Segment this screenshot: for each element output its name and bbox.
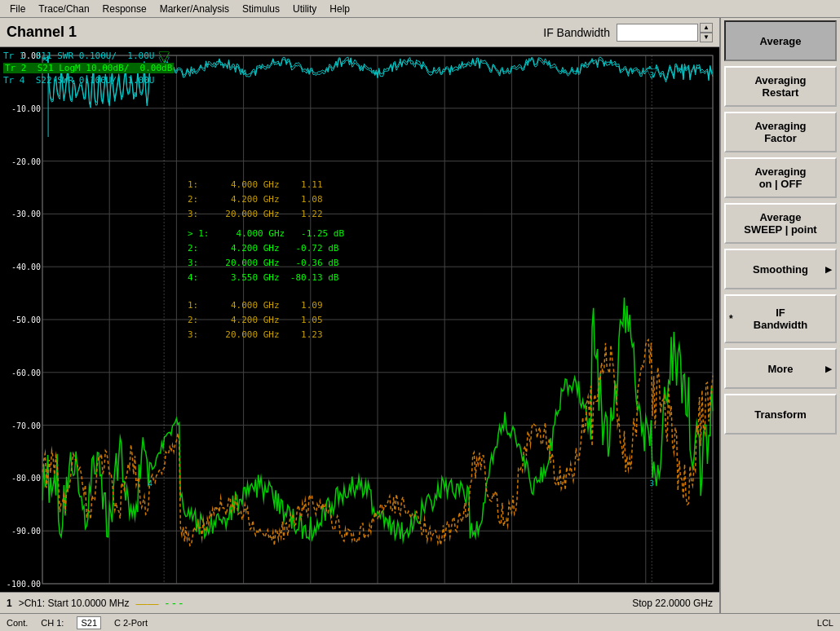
smoothing-arrow-icon: ▶ (825, 265, 832, 274)
ch1-stop: Stop 22.0000 GHz (632, 598, 713, 609)
trace-legend-2: - - - (165, 597, 183, 610)
status-bar: 1 >Ch1: Start 10.0000 MHz —— - - - Stop … (0, 592, 719, 613)
menu-file[interactable]: File (3, 2, 32, 16)
port-label: C 2-Port (114, 618, 148, 628)
cont-label: Cont. (7, 618, 28, 628)
ch1-start: >Ch1: Start 10.0000 MHz (19, 598, 130, 609)
ch1-value: S21 (77, 616, 101, 629)
trace-label-1: Tr 1 S11 SWR 0.100U/ 1.00U (3, 51, 174, 61)
menu-trace-chan[interactable]: Trace/Chan (32, 2, 95, 16)
sidebar-btn-averaging-on-off[interactable]: Averagingon | OFF (724, 157, 837, 198)
chart-canvas (0, 47, 719, 592)
chart-area: Tr 1 S11 SWR 0.100U/ 1.00U Tr 2 S21 LogM… (0, 47, 719, 592)
sidebar-btn-smoothing[interactable]: Smoothing ▶ (724, 249, 837, 289)
sidebar: Average AveragingRestart AveragingFactor… (719, 18, 840, 613)
if-bw-up[interactable]: ▲ (700, 23, 713, 33)
sidebar-btn-average-sweep-point[interactable]: AverageSWEEP | point (724, 203, 837, 244)
menu-marker-analysis[interactable]: Marker/Analysis (153, 2, 236, 16)
more-arrow-icon: ▶ (825, 364, 832, 373)
marker-data-green: > 1: 4.000 GHz -1.25 dB 2: 4.200 GHz -0.… (188, 227, 344, 285)
ch-label: CH 1: (41, 618, 64, 628)
if-bw-input[interactable]: 1.0 kHz (617, 24, 698, 42)
lcl-label: LCL (817, 618, 833, 628)
menu-bar: File Trace/Chan Response Marker/Analysis… (0, 0, 840, 18)
sidebar-btn-transform[interactable]: Transform (724, 394, 837, 435)
if-bw-label: IF Bandwidth (543, 26, 610, 39)
marker-data-cyan: 1: 4.000 GHz 1.11 2: 4.200 GHz 1.08 3: 2… (188, 178, 323, 222)
if-bw-asterisk: * (729, 313, 733, 324)
chart-panel: Channel 1 IF Bandwidth 1.0 kHz ▲ ▼ Tr 1 … (0, 18, 719, 613)
bottom-bar: Cont. CH 1: S21 C 2-Port LCL (0, 613, 840, 631)
content-area: Channel 1 IF Bandwidth 1.0 kHz ▲ ▼ Tr 1 … (0, 18, 840, 613)
if-bw-spinner: ▲ ▼ (700, 23, 713, 42)
menu-utility[interactable]: Utility (286, 2, 323, 16)
marker-data-brown: 1: 4.000 GHz 1.09 2: 4.200 GHz 1.05 3: 2… (188, 298, 323, 342)
trace-label-4: Tr 4 S22 SWR 0.100U/ 1.00U (3, 75, 174, 86)
sidebar-btn-averaging-factor[interactable]: AveragingFactor (724, 112, 837, 152)
trace-label-2: Tr 2 S21 LogM 10.00dB/ 0.00dB (3, 63, 174, 73)
channel-title: Channel 1 (7, 24, 543, 41)
trace-legend: —— (135, 597, 158, 610)
trace-labels: Tr 1 S11 SWR 0.100U/ 1.00U Tr 2 S21 LogM… (3, 51, 174, 86)
sidebar-btn-averaging-restart[interactable]: AveragingRestart (724, 66, 837, 107)
sidebar-btn-more[interactable]: More ▶ (724, 348, 837, 389)
sidebar-btn-if-bandwidth[interactable]: * IFBandwidth (724, 294, 837, 343)
menu-response[interactable]: Response (96, 2, 153, 16)
main-layout: Channel 1 IF Bandwidth 1.0 kHz ▲ ▼ Tr 1 … (0, 18, 840, 631)
channel-num: 1 (7, 598, 12, 609)
menu-stimulus[interactable]: Stimulus (236, 2, 286, 16)
menu-help[interactable]: Help (323, 2, 356, 16)
if-bw-down[interactable]: ▼ (700, 33, 713, 42)
chart-header: Channel 1 IF Bandwidth 1.0 kHz ▲ ▼ (0, 18, 719, 47)
sidebar-btn-average[interactable]: Average (724, 20, 837, 61)
